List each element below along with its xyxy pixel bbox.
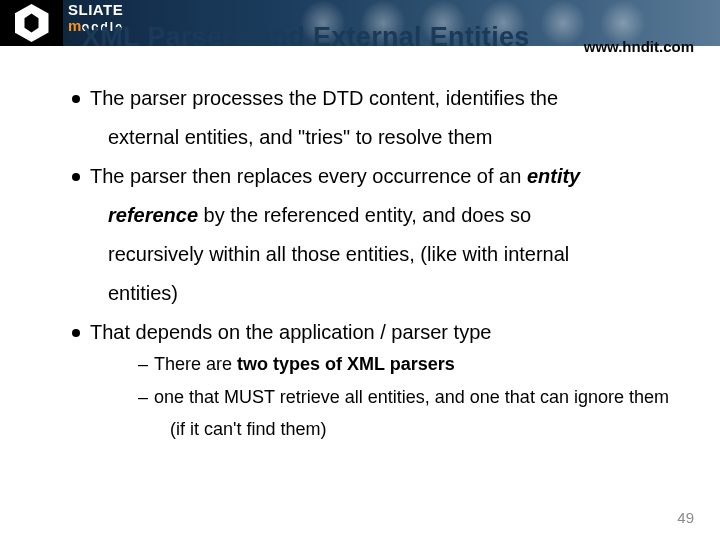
text: recursively within all those entities, (… [108, 242, 694, 267]
bullet-2: The parser then replaces every occurrenc… [72, 164, 694, 306]
text: external entities, and "tries" to resolv… [108, 125, 694, 150]
text: The parser processes the DTD content, id… [90, 87, 558, 109]
text: by the referenced entity, and does so [198, 204, 531, 226]
text: There are [154, 354, 237, 374]
decor-icon [540, 0, 586, 46]
brand-line1: SLIATE [68, 2, 124, 18]
bold-text: two types of XML parsers [237, 354, 455, 374]
logo-icon [15, 4, 49, 42]
text: entities) [108, 281, 694, 306]
brand-m: m [68, 17, 82, 34]
site-url: www.hndit.com [584, 38, 694, 55]
text: (if it can't find them) [170, 418, 694, 441]
em-text: entity [527, 165, 580, 187]
slide-title: XML Parsers and External Entities [82, 22, 530, 53]
em-text: reference [108, 204, 198, 226]
logo-box [0, 0, 63, 46]
slide: SLIATE moodle XML Parsers and External E… [0, 0, 720, 540]
text: one that MUST retrieve all entities, and… [154, 387, 669, 407]
text-line: reference by the referenced entity, and … [108, 203, 694, 228]
page-number: 49 [677, 509, 694, 526]
text: That depends on the application / parser… [90, 321, 491, 343]
sub-bullet-1: There are two types of XML parsers [138, 353, 694, 376]
sub-bullet-2: one that MUST retrieve all entities, and… [138, 386, 694, 441]
bullet-1: The parser processes the DTD content, id… [72, 86, 694, 150]
text: The parser then replaces every occurrenc… [90, 165, 527, 187]
content-area: The parser processes the DTD content, id… [72, 86, 694, 451]
bullet-3: That depends on the application / parser… [72, 320, 694, 441]
